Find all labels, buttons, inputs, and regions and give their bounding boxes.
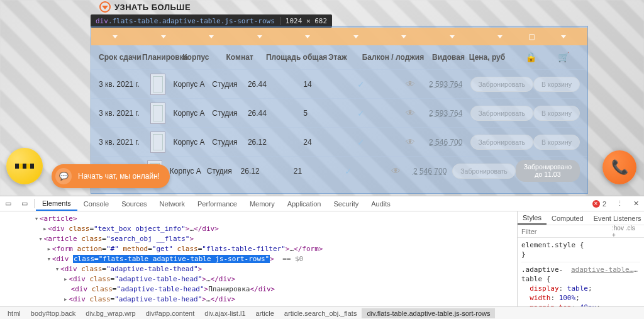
inspector-dimension-tooltip: div.flats-table.adaptive-table.js-sort-r… [91,14,332,28]
devtools-settings-button[interactable]: ⋮ [611,196,628,211]
add-to-cart-button[interactable]: В корзину [533,135,580,150]
cell-plan[interactable] [142,103,174,124]
add-to-cart-button[interactable]: В корзину [533,77,580,92]
cell-price[interactable]: 2 593 764 [429,80,470,89]
cell-view[interactable]: 👁 [378,165,413,176]
col-rooms[interactable]: Комнат [226,52,266,63]
taxi-widget-button[interactable] [6,148,43,184]
col-date[interactable]: Срок сдачи [99,52,147,63]
filter-arrow-icon [113,35,118,38]
know-more-link[interactable]: УЗНАТЬ БОЛЬШЕ [99,1,191,13]
breadcrumb-item[interactable]: div.bg_wrap.wrp [80,308,140,318]
book-button[interactable]: Забронировать [470,135,534,150]
devtools-close-button[interactable]: ✕ [628,196,644,211]
book-button[interactable]: Забронировать [470,106,534,121]
cell-price[interactable]: 2 546 700 [413,167,452,176]
dom-breadcrumbs[interactable]: htmlbody#top.backdiv.bg_wrap.wrpdiv#app.… [0,306,644,319]
devtools-tab-console[interactable]: Console [77,196,115,211]
col-area[interactable]: Площадь общая [266,52,328,63]
book-button[interactable]: Забронировать [452,164,516,179]
cell-plan[interactable] [142,74,174,95]
table-filter-row[interactable]: ▢ [91,28,587,45]
breadcrumb-item[interactable]: div.flats-table.adaptive-table.js-sort-r… [362,308,495,318]
styles-rules[interactable]: element.style { } adaptive-table…4998529… [518,238,644,306]
cell-view[interactable]: 👁 [392,137,429,147]
devtools-tab-sources[interactable]: Sources [115,196,153,211]
cell-price[interactable]: 2 593 764 [429,109,470,118]
cell-plan[interactable] [142,132,174,153]
col-plan[interactable]: Планировка [147,52,182,63]
book-button[interactable]: Забронировать [470,77,534,92]
call-widget-button[interactable]: 📞 [602,150,636,184]
chat-label: Начать чат, мы онлайн! [78,172,160,181]
styles-sidebar: StylesComputedEvent Listeners» :hov .cls… [517,211,644,306]
check-icon: ✓ [357,137,365,147]
col-floor[interactable]: Этаж [328,52,358,63]
cell-view[interactable]: 👁 [392,79,429,89]
table-row[interactable]: 3 кв. 2021 г.Корпус АСтудия26.4414✓👁2 59… [91,69,587,98]
breadcrumb-item[interactable]: div#app.content [141,308,200,318]
eye-icon: 👁 [391,165,401,176]
breadcrumb-item[interactable]: article.search_obj._flats [279,308,362,318]
col-korp[interactable]: Корпус [182,52,226,63]
devtools-panel: ▭ ▭ ElementsConsoleSourcesNetworkPerform… [0,196,644,319]
cell-view[interactable]: 👁 [392,108,429,118]
eye-icon: 👁 [406,108,415,118]
col-price[interactable]: Цена, руб [469,52,515,63]
cell-area: 26.44 [248,109,303,118]
col-balcony[interactable]: Балкон / лоджия [358,52,428,63]
devtools-tab-network[interactable]: Network [153,196,191,211]
dom-tree[interactable]: ▾<article> ▸<div class="text_box object_… [0,211,517,306]
cell-korp: Корпус А [170,167,207,176]
chat-icon: 💬 [55,168,72,184]
eye-icon: 👁 [406,79,415,89]
cell-price[interactable]: 2 546 700 [429,138,470,147]
stylesheet-link[interactable]: adaptive-table…499852969814:… [571,265,640,274]
cell-balcony: ✓ [330,137,392,147]
table-row[interactable]: 3 кв. 2021 г.Корпус АСтудия26.1224✓👁2 54… [91,127,587,156]
sidebar-tab-computed[interactable]: Computed [547,211,589,225]
breadcrumb-item[interactable]: div.ajax-list.l1 [199,308,250,318]
devtools-tab-memory[interactable]: Memory [243,196,281,211]
chevron-down-icon [99,1,111,13]
chat-widget-button[interactable]: 💬 Начать чат, мы онлайн! [52,164,170,188]
know-more-label: УЗНАТЬ БОЛЬШЕ [114,3,191,12]
sidebar-tab-event-listeners[interactable]: Event Listeners [589,211,644,225]
devtools-tab-performance[interactable]: Performance [191,196,243,211]
styles-filter-input[interactable] [521,228,608,235]
devtools-tab-application[interactable]: Application [281,196,328,211]
breadcrumb-item[interactable]: article [251,308,279,318]
styles-filter-toggles[interactable]: :hov .cls + [612,225,640,238]
cell-rooms: Студия [212,109,248,118]
cell-balcony: ✓ [330,108,392,118]
col-cart: 🛒 [548,52,580,63]
breadcrumb-item[interactable]: body#top.back [26,308,81,318]
inspect-element-button[interactable]: ▭ [0,196,16,211]
check-icon: ✓ [357,79,365,89]
add-to-cart-button[interactable]: В корзину [533,106,580,121]
lock-icon: 🔒 [525,52,537,63]
error-counter[interactable]: ✕2 [587,196,611,211]
check-icon: ✓ [345,166,352,176]
table-row[interactable]: 3 кв. 2021 г.Корпус АСтудия26.445✓👁2 593… [91,98,587,127]
cell-korp: Корпус А [173,109,212,118]
dom-selected-node[interactable]: ▾<div class="flats-table adaptive-table … [0,254,517,264]
floorplan-thumb-icon [150,132,165,153]
sidebar-tab-styles[interactable]: Styles [518,211,547,225]
cell-korp: Корпус А [173,80,212,89]
cell-floor: 5 [303,109,330,118]
cell-date: 3 кв. 2021 г. [99,80,142,89]
cell-floor: 21 [294,167,319,176]
cart-icon: 🛒 [558,52,570,63]
devtools-tab-elements[interactable]: Elements [36,196,77,211]
inspected-page: УЗНАТЬ БОЛЬШЕ div.flats-table.adaptive-t… [0,0,644,196]
device-toolbar-button[interactable]: ▭ [16,196,33,211]
devtools-tab-security[interactable]: Security [327,196,365,211]
cell-area: 26.12 [248,138,303,147]
floorplan-thumb-icon [150,103,165,124]
devtools-toolbar: ▭ ▭ ElementsConsoleSourcesNetworkPerform… [0,196,644,211]
cell-rooms: Студия [212,138,248,147]
col-view[interactable]: Видовая [428,52,469,63]
breadcrumb-item[interactable]: html [3,308,26,318]
devtools-tab-audits[interactable]: Audits [365,196,397,211]
